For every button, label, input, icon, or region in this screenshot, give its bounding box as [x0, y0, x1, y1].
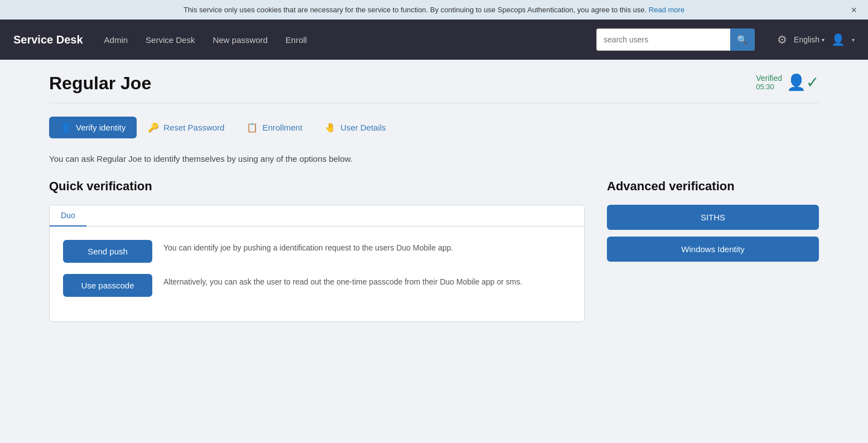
read-more-link[interactable]: Read more — [649, 6, 684, 14]
search-button[interactable]: 🔍 — [730, 28, 755, 51]
user-details-icon: 🤚 — [325, 122, 336, 133]
nav-link-admin[interactable]: Admin — [97, 31, 136, 49]
navbar-brand[interactable]: Service Desk — [13, 33, 83, 46]
tab-enrollment[interactable]: 📋 Enrollment — [235, 117, 314, 138]
verify-identity-icon: 👤 — [60, 122, 71, 133]
tab-user-details-label: User Details — [340, 123, 386, 132]
verified-label: Verified — [756, 74, 782, 83]
nav-link-enroll[interactable]: Enroll — [278, 31, 315, 49]
card-tab-duo[interactable]: Duo — [50, 205, 86, 227]
page-header: Regular Joe Verified 05:30 👤✓ — [49, 73, 819, 103]
send-push-description: You can identify joe by pushing a identi… — [163, 240, 453, 254]
advanced-verification-title: Advanced verification — [607, 179, 819, 194]
tab-enrollment-label: Enrollment — [262, 123, 302, 132]
quick-verification-title: Quick verification — [49, 179, 585, 194]
tab-verify-identity[interactable]: 👤 Verify identity — [49, 117, 137, 138]
main-content: Regular Joe Verified 05:30 👤✓ 👤 Verify i… — [27, 60, 841, 335]
use-passcode-row: Use passcode Alternatively, you can ask … — [63, 274, 571, 297]
cookie-close-button[interactable]: × — [851, 4, 857, 16]
quick-verification-section: Quick verification Duo Send push You can… — [49, 179, 585, 322]
verified-info: Verified 05:30 👤✓ — [756, 73, 819, 92]
nav-link-new-password[interactable]: New password — [205, 31, 275, 49]
cookie-text: This service only uses cookies that are … — [184, 6, 647, 14]
user-chevron-icon: ▾ — [852, 37, 855, 43]
language-selector[interactable]: English ▾ — [794, 35, 824, 44]
verified-time: 05:30 — [756, 83, 782, 91]
quick-verification-card: Duo Send push You can identify joe by pu… — [49, 205, 585, 322]
use-passcode-description: Alternatively, you can ask the user to r… — [163, 274, 522, 288]
chevron-down-icon: ▾ — [822, 37, 824, 43]
siths-button[interactable]: SITHS — [607, 205, 819, 230]
navbar: Service Desk Admin Service Desk New pass… — [0, 20, 868, 60]
enrollment-icon: 📋 — [247, 122, 258, 133]
use-passcode-button[interactable]: Use passcode — [63, 274, 152, 297]
windows-identity-button[interactable]: Windows Identity — [607, 237, 819, 262]
page-description: You can ask Regular Joe to identify them… — [49, 154, 819, 163]
tab-user-details[interactable]: 🤚 User Details — [314, 117, 397, 138]
cookie-banner: This service only uses cookies that are … — [0, 0, 868, 20]
send-push-button[interactable]: Send push — [63, 240, 152, 263]
tabs: 👤 Verify identity 🔑 Reset Password 📋 Enr… — [49, 117, 819, 138]
search-icon: 🔍 — [737, 35, 748, 45]
navbar-search: 🔍 — [596, 28, 755, 51]
page-title: Regular Joe — [49, 73, 151, 94]
card-tabs: Duo — [50, 205, 584, 227]
navbar-nav: Admin Service Desk New password Enroll — [97, 31, 592, 49]
key-icon: 🔑 — [148, 122, 159, 133]
verification-layout: Quick verification Duo Send push You can… — [49, 179, 819, 322]
nav-link-service-desk[interactable]: Service Desk — [138, 31, 202, 49]
verified-user-icon: 👤✓ — [787, 73, 819, 92]
gear-icon[interactable]: ⚙ — [777, 33, 787, 46]
user-icon[interactable]: 👤 — [831, 33, 845, 46]
advanced-verification-section: Advanced verification SITHS Windows Iden… — [607, 179, 819, 268]
card-body: Send push You can identify joe by pushin… — [50, 227, 584, 321]
language-label: English — [794, 35, 819, 44]
tab-verify-identity-label: Verify identity — [76, 123, 126, 132]
tab-reset-password-label: Reset Password — [163, 123, 224, 132]
verified-badge: Verified 05:30 👤✓ — [756, 73, 819, 92]
send-push-row: Send push You can identify joe by pushin… — [63, 240, 571, 263]
navbar-right: ⚙ English ▾ 👤 ▾ — [777, 33, 855, 46]
search-input[interactable] — [596, 28, 730, 51]
tab-reset-password[interactable]: 🔑 Reset Password — [137, 117, 235, 138]
